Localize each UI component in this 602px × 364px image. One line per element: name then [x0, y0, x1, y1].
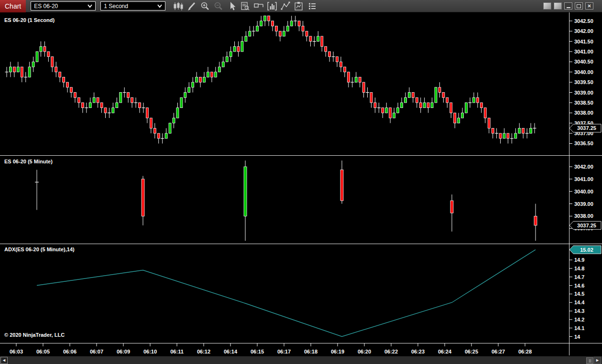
svg-text:14.6: 14.6 — [574, 283, 584, 289]
svg-text:06:23: 06:23 — [411, 349, 425, 354]
svg-text:06:10: 06:10 — [143, 349, 157, 354]
svg-text:06:28: 06:28 — [518, 349, 532, 354]
chart-window: Chart ES 06-20 1 Second — [0, 0, 602, 364]
chevron-down-icon — [157, 4, 162, 8]
scrollbar-handle[interactable] — [586, 357, 593, 364]
cursor-button[interactable] — [226, 1, 238, 11]
svg-text:06:25: 06:25 — [465, 349, 478, 354]
interval-link-button[interactable] — [554, 2, 562, 10]
svg-text:3038.50: 3038.50 — [574, 100, 593, 106]
svg-text:06:06: 06:06 — [63, 349, 77, 354]
svg-text:06:03: 06:03 — [10, 349, 23, 354]
minimize-button[interactable] — [564, 2, 572, 10]
svg-text:06:18: 06:18 — [304, 349, 317, 354]
svg-text:06:12: 06:12 — [197, 349, 210, 354]
interval-dropdown[interactable]: 1 Second — [100, 1, 165, 11]
svg-text:14.2: 14.2 — [574, 317, 584, 322]
chart-trader-icon — [253, 1, 264, 11]
svg-text:06:05: 06:05 — [36, 349, 50, 354]
zoom-in-button[interactable] — [199, 1, 211, 11]
svg-text:3039.00: 3039.00 — [574, 201, 593, 207]
data-box-button[interactable] — [239, 1, 251, 11]
clipboard-chart-icon — [293, 1, 305, 11]
svg-text:15.02: 15.02 — [580, 247, 593, 253]
titlebar: Chart ES 06-20 1 Second — [0, 0, 602, 12]
maximize-icon — [577, 4, 581, 8]
instrument-value: ES 06-20 — [34, 3, 58, 10]
svg-text:3038.00: 3038.00 — [574, 213, 593, 219]
svg-text:14.4: 14.4 — [574, 300, 585, 305]
data-box-icon — [240, 1, 251, 11]
panel-2-last-price-marker: 3037.25 — [569, 221, 601, 229]
svg-text:3036.50: 3036.50 — [574, 140, 593, 146]
copyright: © 2020 NinjaTrader, LLC — [4, 332, 65, 338]
svg-text:14.1: 14.1 — [574, 325, 584, 331]
zoom-out-button[interactable] — [212, 1, 224, 11]
scroll-left-button[interactable]: ◄ — [0, 357, 8, 364]
minimize-icon — [567, 7, 570, 8]
chart-menu-button[interactable]: Chart — [0, 0, 26, 12]
chart-trader-button[interactable] — [252, 1, 264, 11]
svg-text:06:24: 06:24 — [438, 349, 452, 354]
indicators-button[interactable] — [266, 1, 278, 11]
time-scrollbar[interactable]: ◄ ► — [0, 356, 602, 364]
instrument-link-button[interactable] — [543, 2, 551, 10]
svg-text:06:15: 06:15 — [251, 349, 264, 354]
maximize-button[interactable] — [575, 2, 583, 10]
panel-3-last-price-marker: 15.02 — [569, 246, 601, 254]
chart-canvas[interactable]: 3042.503042.003041.503041.003040.503040.… — [0, 12, 602, 356]
cursor-icon — [226, 1, 238, 11]
instrument-dropdown[interactable]: ES 06-20 — [31, 1, 96, 11]
svg-text:3042.50: 3042.50 — [574, 18, 593, 24]
svg-text:14.9: 14.9 — [574, 257, 584, 263]
svg-text:06:09: 06:09 — [117, 349, 130, 354]
svg-text:3040.00: 3040.00 — [574, 69, 593, 75]
grip-icon — [589, 359, 590, 363]
svg-text:3037.25: 3037.25 — [577, 125, 596, 131]
panel-title-adx: ADX(ES 06-20 (5 Minute),14) — [4, 246, 75, 252]
svg-text:3039.00: 3039.00 — [574, 90, 593, 96]
svg-text:14: 14 — [574, 334, 580, 340]
svg-text:14.7: 14.7 — [574, 274, 584, 280]
toolbar — [172, 1, 318, 11]
chart-background — [0, 12, 602, 356]
svg-text:06:11: 06:11 — [170, 349, 184, 354]
panel-title-1-second: ES 06-20 (1 Second) — [4, 17, 55, 23]
svg-text:3040.50: 3040.50 — [574, 59, 593, 64]
indicators-icon — [266, 1, 278, 11]
list-icon — [306, 1, 318, 11]
zigzag-icon — [280, 1, 291, 11]
svg-text:3041.50: 3041.50 — [574, 39, 593, 44]
svg-text:3041.00: 3041.00 — [574, 49, 593, 54]
properties-button[interactable] — [306, 1, 318, 11]
svg-text:3038.00: 3038.00 — [574, 110, 593, 116]
svg-text:3040.00: 3040.00 — [574, 189, 593, 194]
svg-text:3042.00: 3042.00 — [574, 28, 593, 34]
scroll-right-button[interactable]: ► — [594, 357, 601, 364]
candlestick-icon — [173, 1, 184, 11]
zoom-out-icon — [213, 1, 224, 11]
svg-text:14.5: 14.5 — [574, 291, 584, 297]
svg-text:06:17: 06:17 — [277, 349, 291, 354]
chevron-down-icon — [88, 4, 92, 8]
svg-text:14.3: 14.3 — [574, 308, 584, 314]
svg-text:06:07: 06:07 — [90, 349, 103, 354]
svg-text:3037.25: 3037.25 — [577, 223, 596, 228]
draw-button[interactable] — [186, 1, 197, 11]
close-icon: ✕ — [587, 4, 591, 9]
zoom-in-icon — [199, 1, 211, 11]
interval-value: 1 Second — [104, 3, 128, 10]
svg-text:06:20: 06:20 — [358, 349, 371, 354]
panel-1-last-price-marker: 3037.25 — [569, 124, 601, 132]
candlestick-style-button[interactable] — [172, 1, 184, 11]
svg-text:06:14: 06:14 — [224, 349, 238, 354]
window-controls: ✕ — [543, 2, 602, 10]
close-button[interactable]: ✕ — [585, 2, 593, 10]
strategy-button[interactable] — [293, 1, 305, 11]
svg-text:3039.50: 3039.50 — [574, 79, 593, 85]
svg-text:06:27: 06:27 — [492, 349, 505, 354]
svg-text:06:19: 06:19 — [331, 349, 344, 354]
svg-text:06:22: 06:22 — [384, 349, 398, 354]
line-study-button[interactable] — [279, 1, 291, 11]
panel-title-5-minute: ES 06-20 (5 Minute) — [4, 159, 53, 164]
